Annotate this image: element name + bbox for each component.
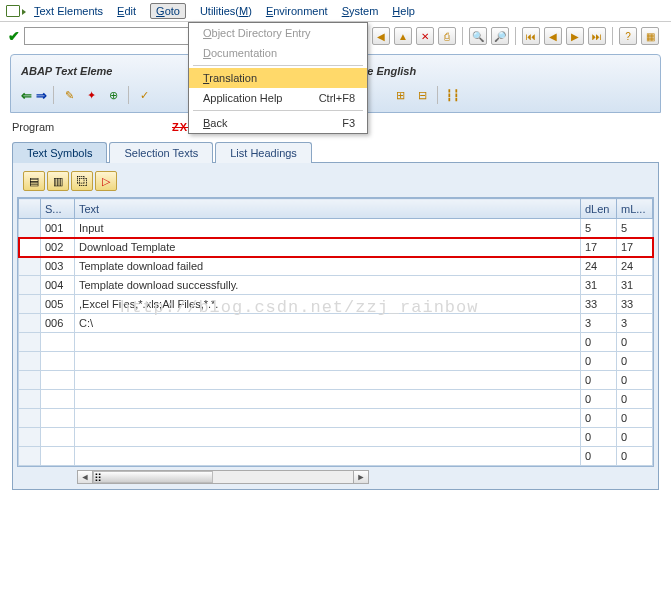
table-row[interactable]: 001Input55 bbox=[19, 219, 653, 238]
document-icon[interactable] bbox=[6, 5, 20, 17]
find-icon[interactable]: 🔍 bbox=[469, 27, 487, 45]
cell-id[interactable] bbox=[41, 409, 75, 428]
hierarchy-icon[interactable]: ┇┇ bbox=[444, 86, 462, 104]
cancel-icon[interactable]: ✕ bbox=[416, 27, 434, 45]
row-selector[interactable] bbox=[19, 390, 41, 409]
cell-id[interactable] bbox=[41, 428, 75, 447]
cell-id[interactable] bbox=[41, 447, 75, 466]
col-text[interactable]: Text bbox=[75, 199, 581, 219]
cell-dlen[interactable]: 0 bbox=[581, 333, 617, 352]
cell-dlen[interactable]: 24 bbox=[581, 257, 617, 276]
cell-dlen[interactable]: 0 bbox=[581, 447, 617, 466]
help-icon[interactable]: ? bbox=[619, 27, 637, 45]
cell-text[interactable] bbox=[75, 390, 581, 409]
cell-id[interactable] bbox=[41, 371, 75, 390]
cell-text[interactable]: ,Excel Files,*.xls;All Files,*.*. bbox=[75, 295, 581, 314]
cell-text[interactable]: Input bbox=[75, 219, 581, 238]
cell-text[interactable] bbox=[75, 409, 581, 428]
cell-mlen[interactable]: 0 bbox=[617, 333, 653, 352]
table-row[interactable]: 005,Excel Files,*.xls;All Files,*.*.3333 bbox=[19, 295, 653, 314]
structure-icon[interactable]: ⊞ bbox=[391, 86, 409, 104]
cell-dlen[interactable]: 0 bbox=[581, 409, 617, 428]
cell-dlen[interactable]: 31 bbox=[581, 276, 617, 295]
dd-translation[interactable]: Translation bbox=[189, 68, 367, 88]
cell-mlen[interactable]: 0 bbox=[617, 447, 653, 466]
cell-dlen[interactable]: 0 bbox=[581, 352, 617, 371]
cell-dlen[interactable]: 0 bbox=[581, 390, 617, 409]
col-selector[interactable] bbox=[19, 199, 41, 219]
scroll-left-icon[interactable]: ◄ bbox=[77, 470, 93, 484]
cell-text[interactable] bbox=[75, 352, 581, 371]
cell-id[interactable]: 004 bbox=[41, 276, 75, 295]
cell-id[interactable]: 002 bbox=[41, 238, 75, 257]
row-selector[interactable] bbox=[19, 314, 41, 333]
scroll-track[interactable]: ⠿ bbox=[93, 470, 353, 484]
cell-dlen[interactable]: 5 bbox=[581, 219, 617, 238]
menu-system[interactable]: System bbox=[342, 5, 379, 17]
tab-list-headings[interactable]: List Headings bbox=[215, 142, 312, 163]
cell-id[interactable]: 001 bbox=[41, 219, 75, 238]
menu-goto[interactable]: Goto bbox=[150, 3, 186, 19]
table-row[interactable]: 002Download Template1717 bbox=[19, 238, 653, 257]
scroll-thumb[interactable]: ⠿ bbox=[93, 471, 213, 483]
table-row[interactable]: 00 bbox=[19, 390, 653, 409]
back-icon[interactable]: ◀ bbox=[372, 27, 390, 45]
row-selector[interactable] bbox=[19, 409, 41, 428]
print-icon[interactable]: ⎙ bbox=[438, 27, 456, 45]
delete-row-icon[interactable]: ▥ bbox=[47, 171, 69, 191]
active-inactive-icon[interactable]: ✦ bbox=[82, 86, 100, 104]
last-page-icon[interactable]: ⏭ bbox=[588, 27, 606, 45]
prev-page-icon[interactable]: ◀ bbox=[544, 27, 562, 45]
layout-icon[interactable]: ▦ bbox=[641, 27, 659, 45]
cell-mlen[interactable]: 0 bbox=[617, 428, 653, 447]
table-row[interactable]: 00 bbox=[19, 371, 653, 390]
menu-help[interactable]: Help bbox=[392, 5, 415, 17]
find-next-icon[interactable]: 🔎 bbox=[491, 27, 509, 45]
dd-back[interactable]: BackF3 bbox=[189, 113, 367, 133]
cell-text[interactable] bbox=[75, 371, 581, 390]
row-selector[interactable] bbox=[19, 447, 41, 466]
table-row[interactable]: 004Template download successfully.3131 bbox=[19, 276, 653, 295]
cell-mlen[interactable]: 0 bbox=[617, 352, 653, 371]
exit-icon[interactable]: ▲ bbox=[394, 27, 412, 45]
cell-text[interactable]: Download Template bbox=[75, 238, 581, 257]
row-selector[interactable] bbox=[19, 257, 41, 276]
check-icon[interactable]: ✓ bbox=[135, 86, 153, 104]
scroll-right-icon[interactable]: ► bbox=[353, 470, 369, 484]
row-selector[interactable] bbox=[19, 238, 41, 257]
next-page-icon[interactable]: ▶ bbox=[566, 27, 584, 45]
cell-id[interactable] bbox=[41, 333, 75, 352]
cell-text[interactable]: Template download successfully. bbox=[75, 276, 581, 295]
enter-icon[interactable]: ✔ bbox=[8, 28, 20, 44]
cell-mlen[interactable]: 0 bbox=[617, 371, 653, 390]
cell-dlen[interactable]: 3 bbox=[581, 314, 617, 333]
cell-mlen[interactable]: 24 bbox=[617, 257, 653, 276]
cell-text[interactable]: C:\ bbox=[75, 314, 581, 333]
dd-documentation[interactable]: Documentation bbox=[189, 43, 367, 63]
tab-selection-texts[interactable]: Selection Texts bbox=[109, 142, 213, 163]
cell-text[interactable] bbox=[75, 447, 581, 466]
tab-text-symbols[interactable]: Text Symbols bbox=[12, 142, 107, 163]
cell-dlen[interactable]: 0 bbox=[581, 371, 617, 390]
table-row[interactable]: 00 bbox=[19, 409, 653, 428]
row-selector[interactable] bbox=[19, 371, 41, 390]
dd-object-directory[interactable]: Object Directory Entry bbox=[189, 23, 367, 43]
display-change-icon[interactable]: ✎ bbox=[60, 86, 78, 104]
cell-mlen[interactable]: 0 bbox=[617, 409, 653, 428]
cell-mlen[interactable]: 0 bbox=[617, 390, 653, 409]
cell-id[interactable] bbox=[41, 390, 75, 409]
cell-text[interactable] bbox=[75, 333, 581, 352]
col-sym[interactable]: S... bbox=[41, 199, 75, 219]
cell-text[interactable] bbox=[75, 428, 581, 447]
cell-mlen[interactable]: 33 bbox=[617, 295, 653, 314]
structure2-icon[interactable]: ⊟ bbox=[413, 86, 431, 104]
row-selector[interactable] bbox=[19, 219, 41, 238]
dd-application-help[interactable]: Application HelpCtrl+F8 bbox=[189, 88, 367, 108]
expand-icon[interactable]: ▷ bbox=[95, 171, 117, 191]
col-mlen[interactable]: mL... bbox=[617, 199, 653, 219]
table-row[interactable]: 00 bbox=[19, 352, 653, 371]
cell-mlen[interactable]: 31 bbox=[617, 276, 653, 295]
menu-text-elements[interactable]: Text Elements bbox=[34, 5, 103, 17]
cell-id[interactable]: 006 bbox=[41, 314, 75, 333]
insert-row-icon[interactable]: ▤ bbox=[23, 171, 45, 191]
